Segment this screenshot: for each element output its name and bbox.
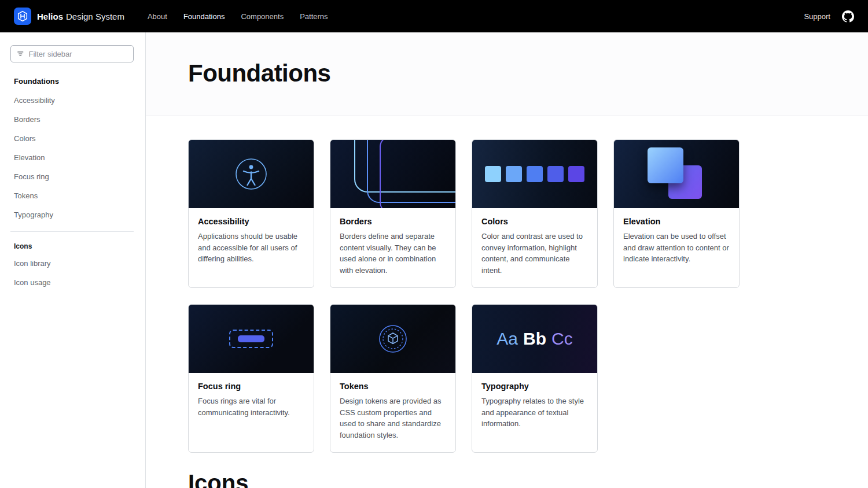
letter-samples: Aa Bb Cc [496, 329, 572, 349]
content-area: Accessibility Applications should be usa… [146, 116, 868, 488]
focus-ring-target [238, 335, 264, 342]
stacked-square-top [648, 147, 683, 183]
sidebar-nav-list: Foundations Accessibility Borders Colors… [10, 72, 134, 224]
swatch-4 [547, 166, 564, 182]
sidebar-item-icon-library[interactable]: Icon library [10, 254, 134, 273]
accessibility-illustration [189, 140, 314, 208]
sidebar-item-colors[interactable]: Colors [10, 129, 134, 148]
accessibility-figure-icon [233, 156, 270, 193]
sidebar-item-accessibility[interactable]: Accessibility [10, 91, 134, 110]
section-heading-icons: Icons [188, 470, 868, 488]
filter-icon [17, 50, 24, 58]
swatch-5 [568, 166, 584, 182]
navbar-right: Support [804, 10, 854, 23]
tokens-illustration [330, 305, 455, 373]
letter-sample-aa: Aa [496, 329, 518, 349]
token-badge-icon [378, 324, 408, 354]
sidebar-item-focus-ring[interactable]: Focus ring [10, 167, 134, 186]
card-title: Accessibility [198, 217, 304, 226]
top-navbar: HeliosDesign System About Foundations Co… [0, 0, 868, 32]
card-title: Focus ring [198, 382, 304, 391]
nav-item-patterns[interactable]: Patterns [292, 0, 336, 32]
borders-illustration [330, 140, 455, 208]
brand[interactable]: HeliosDesign System [14, 8, 124, 25]
card-description: Color and contrast are used to convey in… [481, 231, 588, 276]
nav-item-about[interactable]: About [139, 0, 175, 32]
nested-borders-icon [330, 140, 456, 208]
support-link[interactable]: Support [804, 12, 830, 21]
card-colors[interactable]: Colors Color and contrast are used to co… [472, 139, 598, 288]
card-description: Borders define and separate content visu… [340, 231, 446, 276]
sidebar-item-tokens[interactable]: Tokens [10, 186, 134, 205]
sidebar-divider [10, 231, 134, 232]
page-header: Foundations [146, 32, 868, 116]
sidebar-item-typography[interactable]: Typography [10, 205, 134, 224]
filter-sidebar-input[interactable] [29, 50, 128, 58]
nav-item-components[interactable]: Components [233, 0, 292, 32]
main-content: Foundations Accessibility [146, 0, 868, 488]
sidebar-icons-list: Icon library Icon usage [10, 254, 134, 292]
nav-item-foundations[interactable]: Foundations [175, 0, 233, 32]
card-title: Tokens [340, 382, 446, 391]
card-elevation[interactable]: Elevation Elevation can be used to offse… [613, 139, 740, 288]
swatch-3 [527, 166, 543, 182]
typography-illustration: Aa Bb Cc [472, 305, 597, 373]
focus-ring-icon [229, 330, 273, 348]
card-description: Design tokens are provided as CSS custom… [340, 395, 446, 441]
brand-name: HeliosDesign System [37, 12, 124, 21]
sidebar-item-icon-usage[interactable]: Icon usage [10, 273, 134, 292]
sidebar: Foundations Accessibility Borders Colors… [0, 32, 146, 488]
card-description: Elevation can be used to offset and draw… [623, 231, 730, 265]
helios-logo-icon [14, 8, 31, 25]
letter-sample-bb: Bb [523, 329, 546, 349]
page-title: Foundations [188, 60, 868, 87]
card-title: Elevation [623, 217, 730, 226]
sidebar-filter[interactable] [10, 45, 134, 62]
card-description: Typography relates to the style and appe… [481, 395, 588, 430]
card-title: Borders [340, 217, 446, 226]
card-tokens[interactable]: Tokens Design tokens are provided as CSS… [330, 304, 456, 453]
swatch-1 [485, 166, 501, 182]
card-borders[interactable]: Borders Borders define and separate cont… [330, 139, 456, 288]
card-title: Colors [481, 217, 588, 226]
card-title: Typography [481, 382, 588, 391]
letter-sample-cc: Cc [551, 329, 573, 349]
sidebar-section-icons: Icons [10, 240, 134, 254]
swatch-2 [506, 166, 522, 182]
sidebar-item-foundations[interactable]: Foundations [10, 72, 134, 91]
card-description: Focus rings are vital for communicating … [198, 395, 304, 418]
elevation-illustration [614, 140, 739, 208]
colors-illustration [472, 140, 597, 208]
sidebar-item-borders[interactable]: Borders [10, 110, 134, 129]
main-nav: About Foundations Components Patterns [139, 0, 336, 32]
github-icon[interactable] [842, 10, 854, 23]
card-typography[interactable]: Aa Bb Cc Typography Typography relates t… [472, 304, 598, 453]
foundations-card-grid: Accessibility Applications should be usa… [188, 139, 740, 453]
card-focus-ring[interactable]: Focus ring Focus rings are vital for com… [188, 304, 314, 453]
color-swatches-icon [485, 166, 584, 182]
sidebar-item-elevation[interactable]: Elevation [10, 148, 134, 167]
card-description: Applications should be usable and access… [198, 231, 304, 265]
focus-ring-illustration [189, 305, 314, 373]
card-accessibility[interactable]: Accessibility Applications should be usa… [188, 139, 314, 288]
